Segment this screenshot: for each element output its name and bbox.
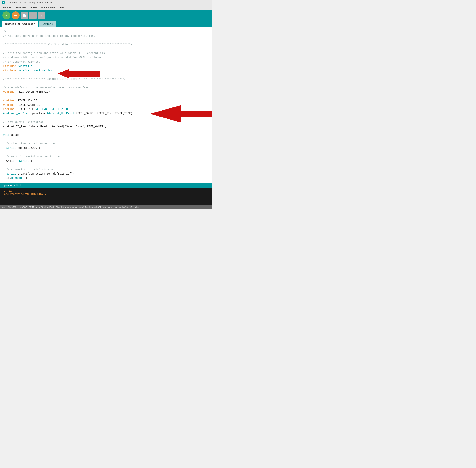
status-bar: Uploaden voltooid. bbox=[0, 183, 211, 188]
code-line-10: #include <Adafruit_NeoPixel.h> bbox=[3, 68, 208, 73]
menu-bar: Bestand Bewerken Schets Hulpmiddelen Hel… bbox=[0, 5, 211, 10]
code-line-28: Serial.begin(115200); bbox=[3, 146, 208, 150]
console-line-1: Leaving... bbox=[3, 190, 209, 193]
line-number: 30 bbox=[2, 206, 5, 208]
save-button[interactable]: ↓ bbox=[38, 12, 45, 19]
code-line-33: // connect to io.adafruit.com bbox=[3, 167, 208, 172]
menu-schets[interactable]: Schets bbox=[30, 6, 37, 9]
title-text: adafruitio_21_feed_read | Arduino 1.8.16 bbox=[7, 1, 52, 4]
code-line-26 bbox=[3, 137, 208, 142]
tab-main[interactable]: adafruitio_21_feed_read § bbox=[1, 21, 38, 27]
code-line-2: // All text above must be included in an… bbox=[3, 34, 208, 38]
code-line-29 bbox=[3, 150, 208, 154]
code-line-6: // edit the config.h tab and enter your … bbox=[3, 51, 208, 55]
toolbar: ✓ ➔ 📄 ↑ ↓ bbox=[0, 10, 211, 21]
code-line-27: // start the serial connection bbox=[3, 142, 208, 146]
code-line-15: #define FEED_OWNER "SimonIO" bbox=[3, 90, 208, 94]
code-line-34: Serial.print("Connecting to Adafruit IO"… bbox=[3, 172, 208, 176]
menu-help[interactable]: Help bbox=[60, 6, 65, 9]
tabs: adafruitio_21_feed_read § config.h § bbox=[0, 21, 211, 27]
code-line-32 bbox=[3, 163, 208, 167]
code-line-12: /************************* Example Start… bbox=[3, 77, 208, 81]
menu-hulpmiddelen[interactable]: Hulpmiddelen bbox=[41, 6, 56, 9]
new-button[interactable]: 📄 bbox=[21, 12, 28, 19]
code-line-8: // or ethernet clients. bbox=[3, 60, 208, 64]
svg-marker-1 bbox=[150, 105, 211, 122]
verify-button[interactable]: ✓ bbox=[2, 11, 10, 19]
code-editor[interactable]: // // All text above must be included in… bbox=[0, 27, 211, 183]
code-line-9: #include "config.h" bbox=[3, 64, 208, 68]
code-line-7: // and any additional configuration need… bbox=[3, 55, 208, 59]
arrow-1 bbox=[58, 69, 100, 78]
status-text: Uploaden voltooid. bbox=[2, 184, 23, 187]
code-line-16 bbox=[3, 94, 208, 99]
open-button[interactable]: ↑ bbox=[29, 12, 37, 19]
console-line-2: Hard resetting via RTS pin... bbox=[3, 193, 209, 196]
menu-bewerken[interactable]: Bewerken bbox=[15, 6, 26, 9]
upload-button[interactable]: ➔ bbox=[12, 11, 20, 19]
code-line-3 bbox=[3, 38, 208, 43]
arrow-2 bbox=[150, 101, 211, 136]
code-line-14: // the Adafruit IO username of whomever … bbox=[3, 86, 208, 90]
title-bar: A adafruitio_21_feed_read | Arduino 1.8.… bbox=[0, 0, 211, 5]
tab-config[interactable]: config.h § bbox=[39, 21, 56, 27]
bottom-status: 30 NodeMCU 1.0 (ESP-12E Module), 80 MHz,… bbox=[0, 205, 211, 209]
board-info: NodeMCU 1.0 (ESP-12E Module), 80 MHz, Fl… bbox=[8, 206, 140, 208]
code-line-31: while(! Serial); bbox=[3, 159, 208, 163]
code-line-35: io.connect(); bbox=[3, 176, 208, 180]
app-icon: A bbox=[1, 1, 5, 4]
console: Leaving... Hard resetting via RTS pin... bbox=[0, 188, 211, 205]
code-line-5 bbox=[3, 47, 208, 51]
code-line-11 bbox=[3, 73, 208, 77]
svg-marker-0 bbox=[58, 69, 100, 78]
code-line-13 bbox=[3, 81, 208, 86]
code-line-1: // bbox=[3, 29, 208, 34]
code-line-30: // wait for serial monitor to open bbox=[3, 154, 208, 159]
code-line-4: /************************** Configuratio… bbox=[3, 43, 208, 47]
menu-bestand[interactable]: Bestand bbox=[1, 6, 11, 9]
